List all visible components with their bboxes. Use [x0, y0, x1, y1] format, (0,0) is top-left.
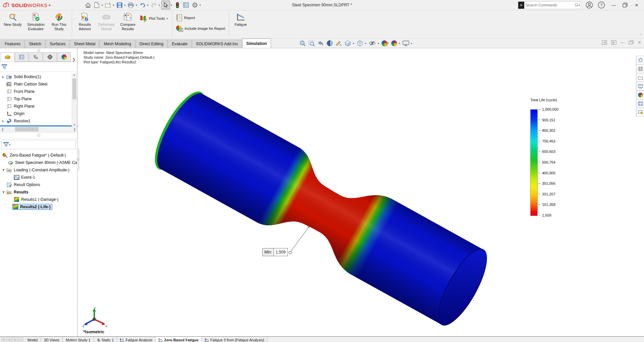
- last-tab-button[interactable]: ⏭: [18, 337, 23, 342]
- min-annotation-box[interactable]: Min: 1,509: [262, 248, 288, 256]
- tree-horizontal-scrollbar[interactable]: ❮ ❯: [0, 126, 77, 132]
- view-settings-button[interactable]: [402, 39, 410, 47]
- panel-grip-dot[interactable]: [37, 49, 40, 52]
- deformed-result-button[interactable]: Deformed Result: [96, 12, 117, 32]
- fatigue-button[interactable]: Fatigue: [231, 12, 251, 28]
- performance-pipeline-button[interactable]: [173, 1, 181, 9]
- plot-tools-dropdown-icon[interactable]: ▾: [167, 17, 168, 20]
- display-style-button[interactable]: [356, 39, 364, 47]
- tab-surfaces[interactable]: Surfaces: [46, 40, 69, 48]
- view-orientation-dropdown-icon[interactable]: ▾: [353, 42, 354, 45]
- doc-minimize-icon[interactable]: —: [621, 40, 625, 45]
- next-tab-button[interactable]: ▶: [12, 337, 18, 342]
- tree-item-front-plane[interactable]: Front Plane: [0, 88, 77, 95]
- doc-close-icon[interactable]: ✕: [638, 40, 641, 45]
- scroll-down-icon[interactable]: ▼: [73, 123, 76, 126]
- taskpane-file-explorer-button[interactable]: [636, 73, 644, 82]
- expand-arrow-icon[interactable]: ▶: [2, 119, 6, 123]
- tab-model[interactable]: Model: [24, 337, 41, 342]
- collapse-arrow-icon[interactable]: ▼: [2, 190, 6, 194]
- open-button[interactable]: [104, 1, 112, 9]
- view-settings-dropdown-icon[interactable]: ▾: [411, 42, 412, 45]
- previous-view-button[interactable]: [317, 39, 325, 47]
- select-dropdown-icon[interactable]: ▾: [171, 4, 172, 7]
- tab-sheet-metal[interactable]: Sheet Metal: [70, 40, 99, 48]
- panel-splitter[interactable]: [0, 132, 77, 138]
- search-dropdown-icon[interactable]: ▾: [579, 4, 580, 7]
- undo-button[interactable]: [139, 1, 147, 9]
- tab-fatigue-3[interactable]: Fatigue 3 from [Fatigue Analysis]: [202, 337, 267, 342]
- hide-show-items-button[interactable]: [368, 39, 377, 47]
- hide-show-dropdown-icon[interactable]: ▾: [378, 42, 379, 45]
- scroll-right-icon[interactable]: ❯: [73, 128, 76, 131]
- select-tool-button[interactable]: [161, 1, 170, 9]
- display-settings-button[interactable]: [182, 1, 190, 9]
- tab-fatigue-analysis[interactable]: Fatigue Analysis: [117, 337, 156, 342]
- print-dropdown-icon[interactable]: ▾: [136, 4, 137, 7]
- save-button[interactable]: [115, 1, 123, 9]
- panel-tabs-expand-icon[interactable]: ❯: [71, 57, 76, 62]
- tab-3d-views[interactable]: 3D Views: [41, 337, 63, 342]
- first-tab-button[interactable]: ⏮: [1, 337, 6, 342]
- report-button[interactable]: Report: [174, 13, 227, 22]
- tree-vertical-scrollbar[interactable]: ▲ ▼: [72, 73, 77, 127]
- new-document-dropdown-icon[interactable]: ▾: [101, 4, 103, 7]
- dynamic-annotation-button[interactable]: A: [335, 39, 343, 47]
- help-icon[interactable]: ?: [598, 1, 605, 9]
- collapse-pane-right-icon[interactable]: [611, 40, 616, 45]
- collapse-arrow-icon[interactable]: ▼: [2, 168, 6, 172]
- tab-static-1[interactable]: Static 1: [94, 337, 117, 342]
- study-event-item[interactable]: Event-1: [0, 174, 77, 181]
- doc-restore-icon[interactable]: [629, 40, 634, 45]
- tree-item-material[interactable]: Plain Carbon Steel: [0, 80, 77, 88]
- tab-evaluate[interactable]: Evaluate: [168, 40, 192, 48]
- tree-item-top-plane[interactable]: Top Plane: [0, 95, 77, 103]
- tree-item-origin[interactable]: Origin: [0, 110, 77, 117]
- redo-dropdown-icon[interactable]: ▾: [159, 4, 160, 7]
- study-results2-item[interactable]: Results2 (-Life-): [0, 203, 77, 211]
- tree-item-revolve1[interactable]: ▶ Revolve1: [0, 117, 77, 125]
- study-result-options-item[interactable]: Result Options: [0, 181, 77, 188]
- section-view-button[interactable]: [326, 39, 334, 47]
- tab-zero-based-fatigue[interactable]: Zero-Based Fatigue: [156, 337, 202, 342]
- apply-scene-button[interactable]: [390, 39, 398, 47]
- tab-direct-editing[interactable]: Direct Editing: [136, 40, 167, 48]
- results-advisor-button[interactable]: Results Advisor: [74, 12, 96, 32]
- ribbon-collapse-icon[interactable]: ⌃: [639, 34, 642, 37]
- study-part-item[interactable]: Steel Specimen 90mm (-ASME Car: [0, 159, 77, 166]
- include-image-for-report-button[interactable]: Include Image for Report: [174, 24, 227, 33]
- taskpane-design-library-button[interactable]: [636, 64, 644, 73]
- undo-dropdown-icon[interactable]: ▾: [147, 4, 149, 7]
- open-dropdown-icon[interactable]: ▾: [113, 4, 114, 7]
- brand-expand-icon[interactable]: ▶: [49, 3, 51, 7]
- configuration-manager-tab[interactable]: [29, 52, 43, 62]
- study-results1-item[interactable]: Results1 (-Damage-): [0, 196, 77, 203]
- scroll-thumb[interactable]: [15, 127, 39, 131]
- options-dropdown-icon[interactable]: ▾: [200, 4, 201, 7]
- tab-mesh-modeling[interactable]: Mesh Modeling: [100, 40, 135, 48]
- display-style-dropdown-icon[interactable]: ▾: [365, 42, 366, 45]
- search-input[interactable]: [524, 3, 575, 7]
- taskpane-view-palette-button[interactable]: [636, 82, 644, 91]
- scroll-up-icon[interactable]: ▲: [73, 73, 76, 76]
- view-orientation-button[interactable]: [344, 39, 352, 47]
- user-account-icon[interactable]: [586, 1, 593, 9]
- minimize-button[interactable]: —: [610, 3, 618, 8]
- tab-simulation[interactable]: Simulation: [242, 39, 271, 48]
- taskpane-appearances-button[interactable]: [636, 91, 644, 99]
- taskpane-home-button[interactable]: [636, 56, 644, 64]
- propertymanager-tab[interactable]: [15, 52, 29, 62]
- study-root-item[interactable]: Zero-Based Fatigue* (-Default-): [0, 152, 77, 159]
- print-button[interactable]: [127, 1, 135, 9]
- edit-appearance-button[interactable]: [381, 39, 389, 47]
- home-button[interactable]: [84, 1, 92, 9]
- collapse-pane-left-icon[interactable]: [602, 40, 607, 45]
- plot-tools-button[interactable]: Plot Tools ▾: [139, 14, 170, 23]
- close-button[interactable]: ✕: [633, 3, 641, 8]
- search-commands-box[interactable]: > ▾: [518, 1, 581, 9]
- redo-button[interactable]: [150, 1, 158, 9]
- search-icon[interactable]: [575, 3, 579, 7]
- featuremanager-design-tree-tab[interactable]: [1, 52, 14, 62]
- graphics-viewport[interactable]: Model name: Steel Specimen 90mm Study na…: [77, 48, 644, 336]
- compare-results-button[interactable]: ? Compare Results: [117, 12, 139, 32]
